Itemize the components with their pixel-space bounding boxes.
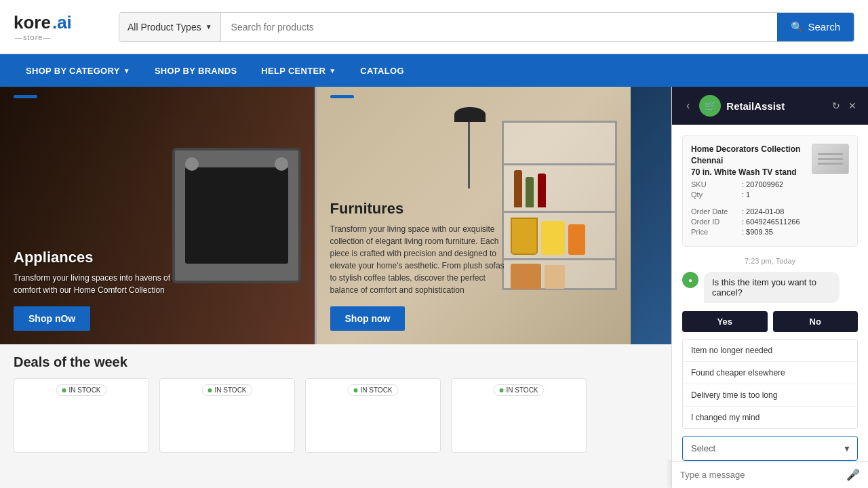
order-product-name: Home Decorators Collection Chennai 70 in…: [691, 144, 812, 178]
banner-third: [631, 87, 671, 344]
nav-catalog[interactable]: CATALOG: [348, 54, 416, 87]
thumbnail-lines: [818, 153, 843, 165]
cancel-reason-2[interactable]: Found cheaper elsewhere: [683, 362, 857, 384]
order-date-value: 2024-01-08: [746, 207, 784, 216]
deal-card-4: IN STOCK: [451, 378, 587, 453]
chat-body: Home Decorators Collection Chennai 70 in…: [672, 125, 868, 461]
cancel-reason-1[interactable]: Item no longer needed: [683, 340, 857, 362]
banner-appliances: Appliances Transform your living spaces …: [0, 87, 315, 344]
logo-ai-text: .ai: [52, 12, 72, 33]
order-details: Home Decorators Collection Chennai 70 in…: [691, 144, 812, 201]
main-content: Appliances Transform your living spaces …: [0, 87, 868, 488]
order-price-value: $909.35: [746, 228, 773, 236]
furniture-shop-btn[interactable]: Shop now: [330, 306, 406, 331]
cancel-reason-4[interactable]: I changed my mind: [683, 407, 857, 428]
nav-help-center[interactable]: HELP CENTER ▼: [249, 54, 348, 87]
banner-furniture: Furnitures Transform your living space w…: [315, 87, 631, 344]
order-thumbnail: [812, 144, 849, 174]
deal-card-1: IN STOCK: [14, 378, 149, 453]
cancel-reason-select[interactable]: Select Item no longer neededFound cheape…: [682, 436, 858, 461]
chat-back-button[interactable]: ‹: [682, 98, 694, 113]
nav-shop-by-category[interactable]: SHOP BY CATEGORY ▼: [14, 54, 142, 87]
in-stock-dot-3: [353, 388, 357, 392]
in-stock-label-4: IN STOCK: [506, 386, 538, 394]
appliances-shop-btn[interactable]: Shop nOw: [14, 306, 90, 331]
chat-title: RetailAssist: [726, 100, 825, 112]
logo: kore .ai —store—: [14, 12, 108, 41]
order-qty-label: Qty: [691, 190, 742, 199]
deals-section: Deals of the week IN STOCK IN STOCK: [0, 344, 671, 460]
in-stock-label-1: IN STOCK: [68, 386, 100, 394]
appliances-desc: Transform your living spaces into havens…: [14, 272, 190, 296]
logo-text: kore .ai: [14, 12, 108, 33]
furniture-desc: Transform your living space with our exq…: [330, 223, 507, 296]
chat-timestamp: 7:23 pm, Today: [682, 257, 858, 265]
order-sku-row: SKU : 207009962: [691, 180, 812, 188]
logo-kore: kore: [14, 12, 51, 33]
search-input[interactable]: [221, 13, 778, 41]
mic-icon[interactable]: 🎤: [846, 468, 860, 481]
chat-panel: ‹ 🛒 RetailAssist ↻ ✕ Home Decorators Col…: [671, 87, 868, 488]
category-label: All Product Types: [127, 22, 201, 33]
chat-refresh-button[interactable]: ↻: [831, 99, 842, 113]
yes-no-buttons: Yes No: [682, 311, 858, 332]
chat-text-input[interactable]: [680, 470, 841, 480]
logo-subtitle: —store—: [15, 33, 108, 41]
order-id-label: Order ID: [691, 218, 742, 226]
order-qty-value: 1: [746, 190, 750, 199]
thumb-line-2: [818, 158, 843, 160]
lamp-shade: [454, 107, 486, 122]
order-sku-label: SKU: [691, 180, 742, 188]
order-date-label: Order Date: [691, 207, 742, 216]
chat-input-area: 🎤: [672, 461, 868, 488]
deal-card-3: IN STOCK: [305, 378, 441, 453]
bot-avatar-icon: ●: [682, 272, 698, 288]
in-stock-dot-4: [499, 388, 503, 392]
search-icon: 🔍: [791, 21, 804, 33]
chat-actions: ↻ ✕: [831, 99, 858, 113]
order-qty-row: Qty : 1: [691, 190, 812, 199]
navigation: SHOP BY CATEGORY ▼ SHOP BY BRANDS HELP C…: [0, 54, 868, 87]
category-dropdown[interactable]: All Product Types ▼: [119, 13, 221, 41]
order-price-label: Price: [691, 228, 742, 236]
furniture-title: Furnitures: [330, 200, 618, 218]
chat-header: ‹ 🛒 RetailAssist ↻ ✕: [672, 87, 868, 125]
oven-knob-1: [185, 157, 199, 171]
in-stock-label-3: IN STOCK: [360, 386, 392, 394]
deals-title: Deals of the week: [14, 354, 658, 370]
select-wrapper: Select Item no longer neededFound cheape…: [682, 436, 858, 461]
in-stock-badge-3: IN STOCK: [347, 384, 398, 396]
nav-label-help: HELP CENTER: [261, 66, 326, 76]
order-date-row: Order Date : 2024-01-08: [691, 207, 849, 216]
order-id-row: Order ID : 6049246511266: [691, 218, 849, 226]
shelf-level-1: [504, 163, 615, 165]
category-chevron-icon: ▼: [205, 23, 212, 30]
yes-button[interactable]: Yes: [682, 311, 768, 332]
appliances-title: Appliances: [14, 249, 301, 266]
bot-bubble: Is this the item you want to cancel?: [704, 272, 840, 303]
chat-avatar: 🛒: [699, 95, 721, 117]
in-stock-badge-1: IN STOCK: [56, 384, 106, 396]
shop-category-chevron-icon: ▼: [123, 67, 130, 75]
cancel-reasons-list: Item no longer needed Found cheaper else…: [682, 339, 858, 429]
help-chevron-icon: ▼: [329, 67, 336, 75]
nav-label-shop-category: SHOP BY CATEGORY: [26, 66, 120, 76]
order-price-row: Price : $909.35: [691, 228, 849, 236]
thumb-line-1: [818, 153, 843, 155]
in-stock-dot-1: [62, 388, 66, 392]
no-button[interactable]: No: [773, 311, 859, 332]
appliances-overlay: Appliances Transform your living spaces …: [0, 235, 315, 344]
oven-knob-2: [275, 157, 288, 171]
order-sku-value: 207009962: [746, 180, 783, 188]
chat-close-button[interactable]: ✕: [847, 99, 858, 113]
search-button[interactable]: 🔍 Search: [777, 13, 854, 41]
nav-label-brands: SHOP BY BRANDS: [155, 66, 237, 76]
search-bar: All Product Types ▼ 🔍 Search: [119, 12, 854, 42]
order-card: Home Decorators Collection Chennai 70 in…: [682, 135, 858, 247]
order-card-row: Home Decorators Collection Chennai 70 in…: [691, 144, 849, 201]
deals-grid: IN STOCK IN STOCK IN STOCK: [14, 378, 658, 453]
furniture-overlay: Furnitures Transform your living space w…: [317, 186, 631, 344]
nav-shop-by-brands[interactable]: SHOP BY BRANDS: [142, 54, 249, 87]
search-label: Search: [808, 21, 840, 33]
cancel-reason-3[interactable]: Delivery time is too long: [683, 384, 857, 407]
